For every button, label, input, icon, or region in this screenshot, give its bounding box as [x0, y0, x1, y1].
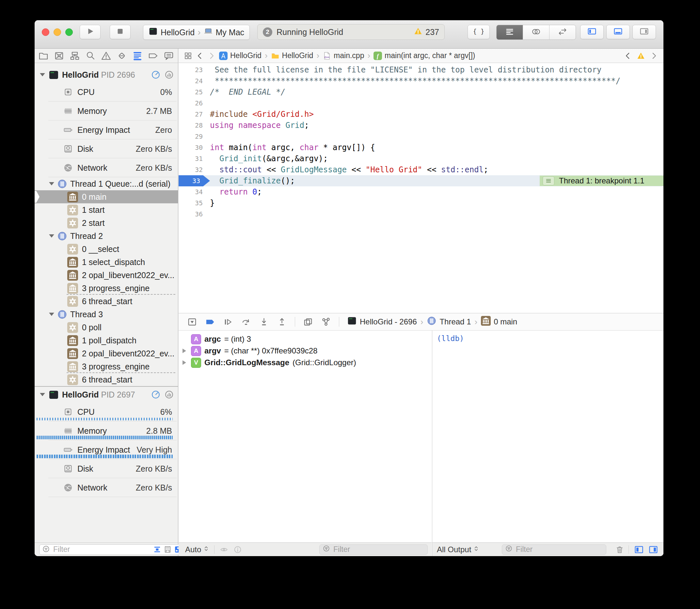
process-row[interactable]: HelloGrid PID 2697 [35, 387, 178, 402]
hide-debug-area-icon[interactable] [187, 317, 197, 327]
stack-frame-row[interactable]: 6 thread_start [35, 295, 178, 308]
warning-count[interactable]: 237 [425, 28, 439, 37]
console-output-popup[interactable]: All Output [437, 545, 479, 555]
project-navigator-icon[interactable] [38, 50, 49, 62]
find-navigator-icon[interactable] [85, 50, 96, 62]
view-hierarchy-debug-icon[interactable] [303, 317, 313, 327]
step-into-icon[interactable] [259, 317, 269, 327]
stack-frame-row[interactable]: 3 progress_engine [35, 360, 178, 373]
source-control-navigator-icon[interactable] [53, 50, 65, 62]
stack-frame-row[interactable]: 2 start [35, 216, 178, 229]
scheme-selector[interactable]: HelloGrid › My Mac [143, 25, 250, 40]
variable-row[interactable]: A argc = (int) 3 [178, 333, 432, 345]
code-line[interactable]: 25 /* END LEGAL */ [178, 86, 663, 98]
step-out-icon[interactable] [277, 317, 287, 327]
toggle-inspector-button[interactable] [632, 25, 656, 39]
test-navigator-icon[interactable] [116, 50, 127, 62]
line-number[interactable]: 25 [178, 86, 210, 98]
stack-frame-row[interactable]: 0 __select [35, 243, 178, 256]
stop-button[interactable] [110, 25, 131, 39]
thread-row[interactable]: Thread 1 Queue:...d (serial) [35, 177, 178, 190]
issue-navigator-icon[interactable] [101, 50, 112, 62]
line-number[interactable]: 34 [178, 186, 210, 197]
stack-frame-row[interactable]: 1 start [35, 203, 178, 216]
thread-row[interactable]: Thread 3 [35, 308, 178, 321]
variables-filter-input[interactable] [333, 545, 424, 554]
show-variables-pane-icon[interactable] [633, 545, 645, 554]
close-window-button[interactable] [42, 29, 49, 36]
debug-frame[interactable]: 0 main [494, 317, 517, 326]
filter-running-processes-icon[interactable] [153, 545, 161, 554]
debug-process[interactable]: HelloGrid - 2696 [360, 317, 417, 326]
console-filter-input[interactable] [515, 545, 603, 554]
stack-frame-row[interactable]: 3 progress_engine [35, 282, 178, 295]
filter-crashed-icon[interactable] [164, 545, 172, 554]
annotation-menu-icon[interactable] [543, 176, 554, 185]
gauge-row[interactable]: Network Zero KB/s [35, 158, 178, 177]
run-button[interactable] [80, 25, 101, 39]
gauge-row[interactable]: Network Zero KB/s [35, 478, 178, 497]
code-line[interactable]: 34 return 0; [178, 186, 663, 197]
jumpbar-crumb[interactable]: HelloGrid [219, 51, 261, 60]
symbol-navigator-icon[interactable] [69, 50, 80, 62]
continue-execution-icon[interactable] [223, 317, 233, 327]
breakpoint-navigator-icon[interactable] [148, 50, 159, 62]
line-number[interactable]: 36 [178, 209, 210, 220]
back-chevron-icon[interactable] [195, 52, 204, 60]
code-line[interactable]: 26 [178, 98, 663, 109]
code-line[interactable]: 27 #include <Grid/Grid.h> [178, 109, 663, 120]
stack-frame-row[interactable]: 6 thread_start [35, 373, 178, 386]
code-line[interactable]: 32 std::cout << GridLogMessage << "Hello… [178, 164, 663, 175]
disclosure-triangle[interactable] [183, 360, 188, 365]
console-filter-field[interactable] [502, 544, 606, 555]
line-number[interactable]: 31 [178, 153, 210, 164]
toggle-navigator-button[interactable] [580, 25, 604, 39]
disclosure-triangle[interactable] [183, 349, 188, 353]
profile-gauge-icon[interactable] [151, 70, 160, 80]
debug-navigator-icon[interactable] [132, 50, 143, 62]
warning-icon[interactable] [414, 27, 423, 37]
gauge-row[interactable]: Memory 2.7 MB [35, 102, 178, 120]
source-editor[interactable]: 23 See the full license in the file "LIC… [178, 63, 663, 314]
info-icon[interactable] [234, 545, 242, 554]
related-items-icon[interactable] [184, 52, 192, 60]
line-number[interactable]: 26 [178, 98, 210, 109]
report-navigator-icon[interactable] [163, 50, 174, 62]
gauge-row[interactable]: CPU 6% [35, 402, 178, 421]
profile-gauge-icon[interactable] [151, 390, 160, 399]
toggle-debug-area-button[interactable] [606, 25, 630, 39]
trash-icon[interactable] [615, 545, 624, 554]
code-line[interactable]: 35 } [178, 197, 663, 209]
jumpbar-crumb[interactable]: C++ main.cpp [323, 51, 364, 60]
variables-filter-field[interactable] [319, 544, 428, 555]
stack-frame-row[interactable]: 1 poll_dispatch [35, 334, 178, 347]
line-number[interactable]: 23 [178, 64, 210, 75]
code-line[interactable]: 29 [178, 131, 663, 142]
code-line[interactable]: 23 See the full license in the file "LIC… [178, 64, 663, 75]
thread-row[interactable]: Thread 2 [35, 229, 178, 243]
line-number[interactable]: 27 [178, 109, 210, 120]
standard-editor-button[interactable] [497, 25, 523, 39]
stack-frame-row[interactable]: 0 poll [35, 321, 178, 334]
quicklook-eye-icon[interactable] [220, 545, 228, 554]
code-line[interactable]: 24 *************************************… [178, 75, 663, 86]
jumpbar-crumb[interactable]: HelloGrid [271, 51, 313, 60]
stack-frame-row[interactable]: 0 main [35, 190, 178, 203]
disclosure-triangle[interactable] [49, 182, 54, 185]
code-line[interactable]: 28 using namespace Grid; [178, 120, 663, 131]
previous-issue-icon[interactable] [624, 52, 632, 60]
code-line[interactable]: 36 [178, 209, 663, 220]
breakpoint-badge[interactable]: 33 [178, 175, 210, 186]
minimize-window-button[interactable] [53, 29, 61, 36]
zoom-window-button[interactable] [65, 29, 73, 36]
gauge-row[interactable]: Energy Impact Very High [35, 440, 178, 459]
debug-thread[interactable]: Thread 1 [440, 317, 471, 326]
version-editor-button[interactable] [549, 25, 576, 39]
step-over-icon[interactable] [241, 317, 251, 327]
stack-frame-row[interactable]: 2 opal_libevent2022_ev... [35, 268, 178, 282]
gauge-row[interactable]: Energy Impact Zero [35, 120, 178, 139]
navigator-filter-input[interactable] [53, 545, 151, 554]
line-number[interactable]: 29 [178, 131, 210, 142]
breakpoints-toggle-icon[interactable] [205, 317, 215, 327]
forward-chevron-icon[interactable] [207, 52, 216, 60]
